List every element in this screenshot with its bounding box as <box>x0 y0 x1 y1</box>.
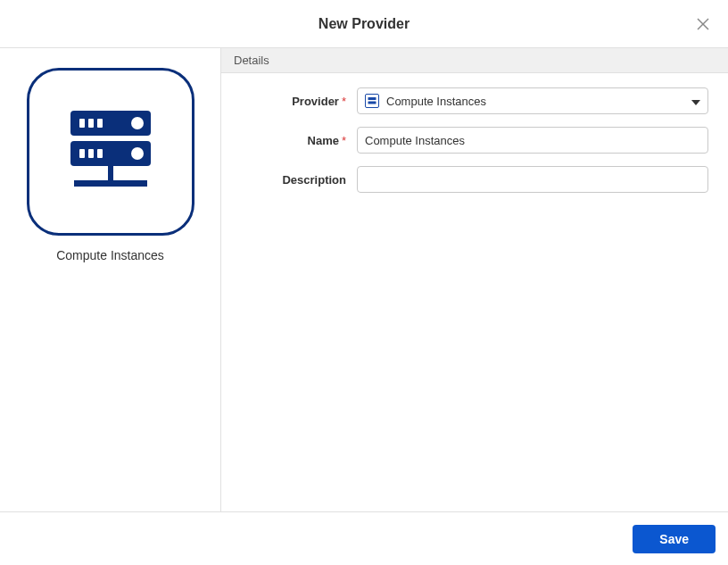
svg-rect-5 <box>97 119 103 128</box>
dialog-footer: Save <box>0 511 728 565</box>
dialog-title: New Provider <box>318 16 410 32</box>
provider-icon-tile <box>27 68 194 236</box>
provider-label-text: Provider <box>292 95 339 108</box>
provider-row: Provider* Compute Instances <box>236 87 708 114</box>
svg-rect-12 <box>108 166 113 180</box>
save-button[interactable]: Save <box>633 525 716 553</box>
svg-rect-13 <box>74 180 147 187</box>
dialog-header: New Provider <box>0 0 728 48</box>
name-row: Name* <box>236 127 708 154</box>
chevron-down-icon <box>691 95 700 108</box>
details-panel: Details Provider* Compute Instances <box>221 48 728 511</box>
dialog-body: Compute Instances Details Provider* <box>0 48 728 511</box>
description-label: Description <box>236 173 346 187</box>
svg-rect-3 <box>79 119 85 128</box>
required-marker: * <box>342 95 346 108</box>
provider-preview-panel: Compute Instances <box>0 48 221 511</box>
svg-rect-4 <box>88 119 94 128</box>
required-marker: * <box>342 134 346 147</box>
svg-rect-14 <box>368 97 376 100</box>
close-button[interactable] <box>694 15 712 33</box>
name-label: Name* <box>236 134 346 147</box>
svg-rect-8 <box>79 149 85 158</box>
details-form: Provider* Compute Instances <box>221 73 728 220</box>
svg-point-11 <box>131 147 144 160</box>
name-input[interactable] <box>357 127 708 154</box>
svg-point-6 <box>131 117 144 129</box>
provider-label: Provider* <box>236 95 346 108</box>
description-input[interactable] <box>357 166 708 193</box>
svg-rect-15 <box>368 102 376 104</box>
svg-rect-9 <box>88 149 94 158</box>
name-label-text: Name <box>308 134 339 147</box>
compute-instances-icon <box>365 94 379 108</box>
server-icon <box>62 107 160 196</box>
svg-rect-10 <box>97 149 103 158</box>
provider-caption: Compute Instances <box>56 248 164 262</box>
provider-select[interactable]: Compute Instances <box>357 87 708 114</box>
provider-select-value: Compute Instances <box>386 95 691 108</box>
close-icon <box>696 17 710 31</box>
description-label-text: Description <box>282 173 346 187</box>
description-row: Description <box>236 166 708 193</box>
details-section-header: Details <box>221 48 728 73</box>
